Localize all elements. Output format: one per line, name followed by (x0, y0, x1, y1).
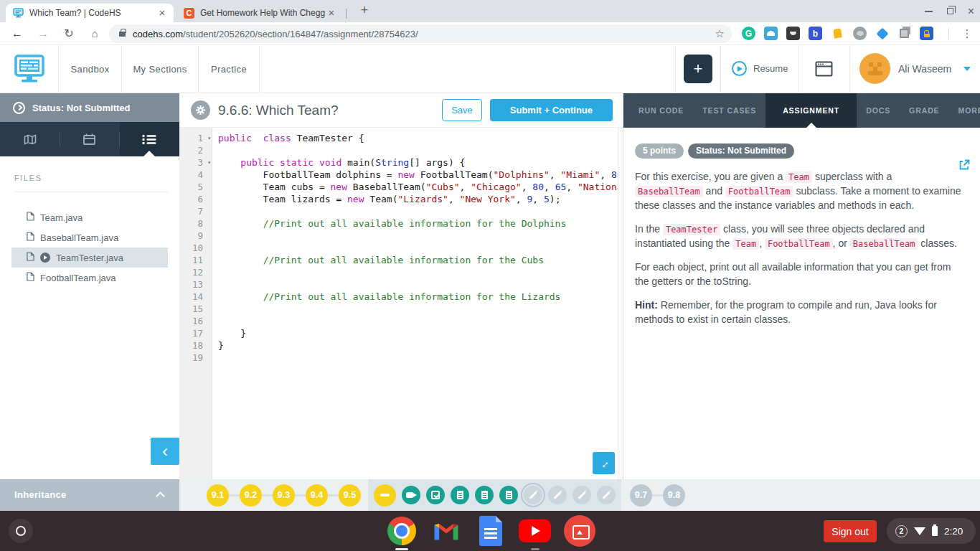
progress-example-item[interactable] (499, 486, 518, 504)
green-g-extension-icon[interactable]: G (742, 27, 755, 40)
file-name: BaseballTeam.java (40, 232, 118, 243)
fold-caret-icon[interactable] (207, 156, 211, 169)
progress-exercise-item[interactable] (524, 486, 542, 504)
tab-close-icon[interactable] (326, 7, 337, 19)
tab-title: Get Homework Help With Chegg (200, 8, 326, 18)
monkey-extension-icon[interactable] (853, 27, 867, 40)
window-restore-button[interactable] (947, 8, 953, 14)
forward-icon[interactable] (34, 25, 52, 42)
new-tab-button[interactable]: + (356, 2, 373, 19)
submit-continue-button[interactable]: Submit + Continue (490, 99, 613, 121)
nav-practice[interactable]: Practice (199, 45, 260, 93)
points-badge: 5 points (635, 143, 684, 159)
tab-map-icon[interactable] (0, 122, 60, 156)
line-number: 14 (179, 291, 212, 303)
progress-video-item[interactable] (402, 486, 420, 504)
home-icon[interactable] (86, 25, 103, 42)
codehs-logo[interactable] (0, 45, 59, 93)
file-item-team.java[interactable]: Team.java (11, 207, 168, 227)
docs-shelf-icon[interactable] (474, 515, 507, 547)
progress-example-item[interactable] (451, 486, 469, 504)
progress-lesson-9.8[interactable]: 9.8 (663, 484, 685, 507)
file-list: Team.javaBaseballTeam.javaTeamTester.jav… (0, 207, 179, 288)
notification-badge: 2 (895, 525, 908, 537)
sidebar-tab-divider (119, 132, 120, 146)
browser-window-icon[interactable] (815, 60, 833, 80)
nav-sandbox[interactable]: Sandbox (59, 45, 122, 93)
line-number: 3 (179, 156, 212, 169)
youtube-shelf-icon[interactable] (519, 515, 551, 547)
code-line (218, 205, 623, 217)
file-item-footballteam.java[interactable]: FootballTeam.java (11, 268, 168, 288)
launcher-button[interactable] (9, 519, 33, 543)
resume-button[interactable]: Resume (732, 61, 788, 76)
back-icon[interactable] (9, 25, 26, 42)
progress-lesson-9.2[interactable]: 9.2 (240, 484, 262, 507)
browser-tab-chegg[interactable]: C Get Homework Help With Chegg (176, 4, 343, 22)
raccoon-extension-icon[interactable] (786, 27, 800, 40)
description-paragraph: In the TeamTester class, you will see th… (635, 222, 961, 250)
progress-exercise-item[interactable] (548, 486, 567, 504)
add-button[interactable]: + (684, 55, 712, 83)
user-menu[interactable]: Ali Waseem (859, 53, 971, 84)
description-paragraph: Hint: Remember, for the program to compi… (635, 298, 961, 326)
progress-current-item[interactable] (374, 484, 396, 507)
reload-icon[interactable] (60, 25, 77, 42)
thumb-extension-icon[interactable] (831, 27, 844, 40)
file-name: FootballTeam.java (40, 273, 116, 283)
line-number: 15 (179, 303, 212, 315)
window-minimize-button[interactable] (925, 11, 933, 12)
bookmark-star-icon[interactable] (715, 27, 725, 40)
panel-tab-docs[interactable]: DOCS (857, 93, 900, 128)
panel-tab-test-cases[interactable]: TEST CASES (693, 93, 765, 128)
browser-tab-codehs[interactable]: Which Team? | CodeHS (6, 4, 174, 22)
collapse-sidebar-button[interactable] (151, 438, 179, 465)
module-collapse-bar[interactable]: Inheritance (0, 479, 179, 511)
file-item-teamtester.java[interactable]: TeamTester.java (11, 248, 168, 268)
code-line (218, 266, 623, 278)
line-number: 19 (179, 352, 212, 364)
squares-extension-icon[interactable] (897, 27, 911, 40)
gear-icon[interactable] (191, 100, 210, 120)
code-editor[interactable]: 12345678910111213141516171819 public cla… (179, 128, 623, 479)
progress-lesson-9.7[interactable]: 9.7 (630, 484, 652, 507)
panel-tab-assignment[interactable]: ASSIGNMENT (765, 93, 857, 128)
file-icon (27, 252, 34, 263)
cloud-extension-icon[interactable] (764, 27, 778, 40)
external-link-icon[interactable] (958, 159, 970, 174)
tab-close-icon[interactable] (156, 7, 168, 19)
progress-lesson-9.4[interactable]: 9.4 (306, 484, 328, 507)
address-bar[interactable]: codehs.com/student/2052620/section/16484… (109, 24, 732, 43)
browser-tab-strip: Which Team? | CodeHS C Get Homework Help… (0, 0, 980, 22)
diamond-extension-icon[interactable] (875, 27, 889, 40)
panel-tab-more[interactable]: MORE (949, 93, 980, 128)
bing-extension-icon[interactable]: b (809, 27, 822, 40)
progress-example-item[interactable] (475, 486, 494, 504)
file-item-baseballteam.java[interactable]: BaseballTeam.java (11, 227, 168, 248)
description-paragraph: For each object, print out all available… (635, 260, 961, 288)
sign-out-button[interactable]: Sign out (824, 520, 877, 542)
nav-my-sections[interactable]: My Sections (122, 45, 199, 93)
progress-quiz-item[interactable] (426, 486, 445, 504)
window-close-button[interactable] (968, 6, 974, 17)
code-content[interactable]: public class TeamTester { public static … (212, 128, 623, 479)
panel-tab-run-code[interactable]: RUN CODE (629, 93, 693, 128)
panel-tab-grade[interactable]: GRADE (900, 93, 948, 128)
gallery-shelf-icon[interactable] (563, 515, 595, 547)
system-tray[interactable]: 2 2:20 (887, 518, 976, 544)
progress-lesson-9.5[interactable]: 9.5 (339, 484, 361, 507)
editor-scrollbar[interactable] (618, 128, 623, 479)
fold-caret-icon[interactable] (207, 132, 211, 144)
gmail-shelf-icon[interactable] (430, 515, 462, 547)
tab-calendar-icon[interactable] (60, 122, 119, 156)
browser-menu-icon[interactable] (960, 25, 974, 42)
chrome-shelf-icon[interactable] (385, 515, 418, 547)
progress-exercise-item[interactable] (597, 486, 616, 504)
progress-exercise-item[interactable] (573, 486, 591, 504)
progress-lesson-9.1[interactable]: 9.1 (207, 484, 229, 507)
battery-icon (932, 526, 938, 536)
progress-lesson-9.3[interactable]: 9.3 (273, 484, 295, 507)
padlock-extension-icon[interactable] (920, 27, 933, 40)
expand-editor-button[interactable] (593, 452, 615, 474)
save-button[interactable]: Save (442, 99, 482, 121)
